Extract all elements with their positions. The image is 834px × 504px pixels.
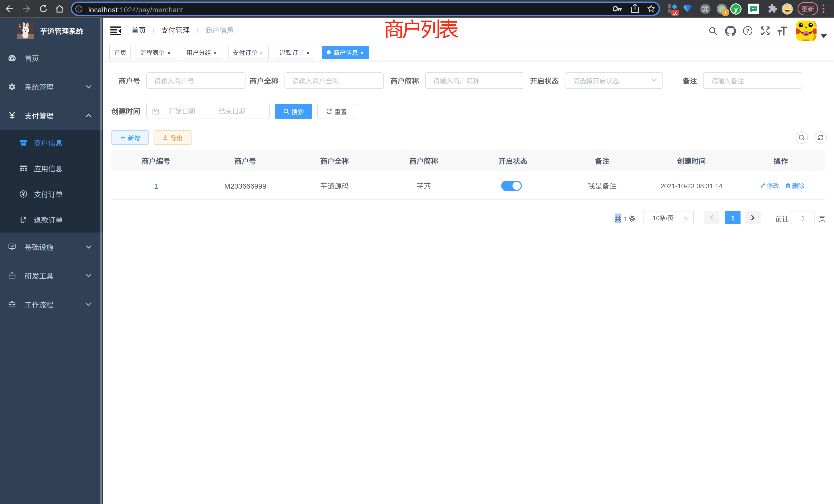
- svg-text:?: ?: [746, 28, 749, 33]
- svg-text:y: y: [734, 5, 738, 13]
